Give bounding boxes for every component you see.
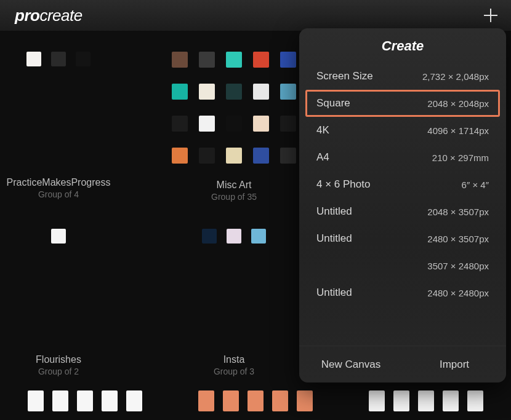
preset-row[interactable]: Untitled2048 × 3507px (299, 198, 506, 225)
artwork-thumb (226, 84, 242, 100)
stack-caption: Insta Group of 3 (214, 354, 254, 376)
artwork-thumb (251, 229, 266, 244)
stack-title: Flourishes (36, 354, 81, 365)
new-canvas-button[interactable]: New Canvas (299, 346, 403, 382)
stack-title: Insta (214, 354, 254, 365)
artwork-thumb (202, 229, 217, 244)
bottom-cell[interactable] (340, 377, 511, 420)
preset-row[interactable]: Untitled2480 × 3507px (299, 225, 506, 252)
artwork-thumb (126, 390, 142, 411)
stack-subtitle: Group of 3 (214, 367, 254, 376)
stack-flourishes[interactable]: Flourishes Group of 2 (6, 226, 111, 374)
preset-row[interactable]: A4210 × 297mm (299, 144, 506, 171)
preset-row[interactable]: 3507 × 2480px (299, 252, 506, 279)
logo-rest: create (39, 6, 82, 25)
artwork-thumb (102, 390, 118, 411)
artwork-thumb (172, 52, 188, 68)
preset-name: Untitled (316, 205, 352, 218)
artwork-thumb (253, 52, 269, 68)
stack-caption: PracticeMakesProgress Group of 4 (7, 177, 111, 199)
artwork-thumb (369, 390, 385, 411)
artwork-thumb (393, 390, 409, 411)
bottom-row (0, 377, 511, 420)
stack-grid (160, 49, 308, 177)
preset-dimensions: 2048 × 3507px (427, 207, 489, 217)
preset-row[interactable]: Untitled2480 × 2480px (299, 279, 506, 306)
preset-name: Screen Size (316, 70, 373, 82)
preset-dimensions: 3507 × 2480px (427, 261, 489, 271)
artwork-thumb (51, 229, 66, 244)
preset-name: A4 (316, 151, 329, 164)
artwork-thumb (272, 390, 288, 411)
preset-name: Untitled (316, 287, 352, 299)
stack-grid (197, 226, 271, 257)
preset-name: 4K (316, 124, 329, 137)
artwork-thumb (199, 148, 215, 164)
artwork-thumb (52, 390, 68, 411)
preset-dimensions: 2480 × 2480px (427, 288, 489, 298)
preset-dimensions: 210 × 297mm (432, 153, 489, 163)
artwork-thumb (226, 52, 242, 68)
artwork-thumb (226, 116, 242, 132)
preset-name: 4 × 6 Photo (316, 178, 370, 191)
preset-dimensions: 2,732 × 2,048px (422, 71, 489, 82)
preset-dimensions: 4096 × 1714px (427, 125, 489, 136)
stack-grid (22, 49, 95, 80)
preset-row[interactable]: 4K4096 × 1714px (299, 117, 506, 144)
panel-title: Create (299, 28, 506, 63)
artwork-thumb (199, 52, 215, 68)
artwork-thumb (77, 390, 93, 411)
artwork-thumb (223, 390, 239, 411)
preset-dimensions: 6″ × 4″ (462, 180, 489, 190)
stack-misc-art[interactable]: Misc Art Group of 35 (160, 49, 308, 197)
preset-dimensions: 2048 × 2048px (427, 98, 489, 109)
preset-row[interactable]: 4 × 6 Photo6″ × 4″ (299, 171, 506, 198)
preset-row[interactable]: Screen Size2,732 × 2,048px (299, 63, 506, 90)
artwork-thumb (280, 148, 296, 164)
stack-title: Misc Art (211, 180, 257, 191)
artwork-thumb (199, 84, 215, 100)
stack-grid (46, 226, 71, 257)
stack-insta[interactable]: Insta Group of 3 (160, 226, 308, 374)
artwork-thumb (26, 52, 41, 66)
stack-subtitle: Group of 2 (36, 367, 81, 376)
bottom-cell[interactable] (0, 377, 171, 420)
preset-row[interactable]: Square2048 × 2048px (305, 90, 500, 117)
artwork-thumb (253, 148, 269, 164)
artwork-thumb (418, 390, 434, 411)
artwork-thumb (198, 390, 214, 411)
preset-list: Screen Size2,732 × 2,048pxSquare2048 × 2… (299, 63, 506, 346)
panel-actions: New Canvas Import (299, 346, 506, 382)
artwork-thumb (51, 52, 66, 66)
plus-icon[interactable] (483, 7, 499, 23)
artwork-thumb (227, 229, 241, 244)
stack-subtitle: Group of 4 (7, 189, 111, 199)
artwork-thumb (172, 84, 188, 100)
stack-practice[interactable]: PracticeMakesProgress Group of 4 (6, 49, 111, 197)
stack-subtitle: Group of 35 (211, 192, 257, 202)
preset-dimensions: 2480 × 3507px (427, 234, 489, 244)
artwork-thumb (443, 390, 459, 411)
import-button[interactable]: Import (403, 346, 506, 382)
artwork-thumb (297, 390, 313, 411)
stack-caption: Misc Art Group of 35 (211, 180, 257, 202)
bottom-cell[interactable] (171, 377, 341, 420)
artwork-thumb (280, 52, 296, 68)
preset-name: Square (316, 97, 350, 109)
artwork-thumb (253, 84, 269, 100)
artwork-thumb (280, 116, 296, 132)
stack-caption: Flourishes Group of 2 (36, 354, 81, 376)
artwork-thumb (253, 116, 269, 132)
artwork-thumb (172, 148, 188, 164)
top-bar: procreate (0, 0, 511, 31)
app-logo: procreate (15, 6, 82, 25)
logo-bold: pro (15, 6, 39, 25)
artwork-thumb (76, 52, 91, 66)
stack-title: PracticeMakesProgress (7, 177, 111, 188)
preset-name: Untitled (316, 232, 352, 245)
artwork-thumb (226, 148, 242, 164)
create-panel: Create Screen Size2,732 × 2,048pxSquare2… (299, 28, 506, 382)
artwork-thumb (199, 116, 215, 132)
artwork-thumb (280, 84, 296, 100)
artwork-thumb (172, 116, 188, 132)
